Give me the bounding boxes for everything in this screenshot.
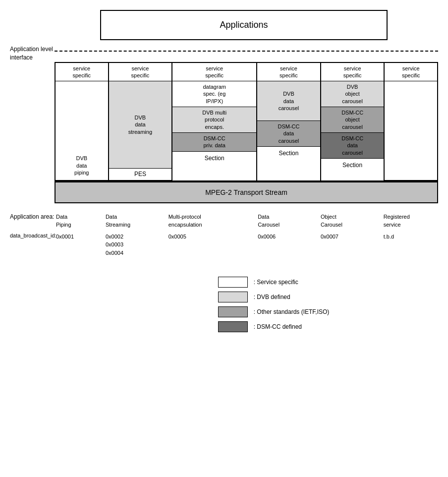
mpeg-transport-label: MPEG-2 Transport Stream — [205, 188, 287, 196]
broadcast-id-col3: 0x0005 — [167, 233, 256, 257]
broadcast-id-col1: 0x0001 — [55, 233, 104, 257]
col4-service-specific: servicespecific — [257, 63, 320, 82]
legend-text-medium: : Other standards (IETF,ISO) — [254, 308, 330, 315]
col1-dvb-data-piping: DVBdatapiping — [56, 81, 108, 180]
col-object-carousel: servicespecific DVBobjectcarousel DSM-CC… — [321, 63, 385, 181]
broadcast-id-section: data_broadcast_id: 0x0001 0x00020x00030x… — [10, 233, 438, 257]
legend-text-white: : Service specific — [254, 279, 298, 286]
col5-section: Section — [321, 159, 384, 180]
app-label-data-piping: DataPiping — [55, 213, 104, 229]
col3-dsmcc-priv: DSM-CCpriv. data — [172, 133, 256, 152]
col-data-streaming: servicespecific DVBdatastreaming PES — [109, 63, 173, 181]
legend-box-white — [218, 277, 248, 288]
app-label-data-carousel: DataCarousel — [256, 213, 319, 229]
col3-section: Section — [172, 152, 256, 181]
col5-dvb-object-carousel: DVBobjectcarousel — [321, 81, 384, 107]
legend-text-light: : DVB defined — [254, 294, 290, 300]
col1-service-specific: servicespecific — [56, 63, 108, 82]
app-level-label: Application level interface — [10, 40, 55, 62]
col2-service-specific: servicespecific — [109, 63, 172, 82]
broadcast-id-col5: 0x0007 — [319, 233, 382, 257]
col3-dvb-multi: DVB multiprotocolencaps. — [172, 107, 256, 133]
broadcast-id-label: data_broadcast_id: — [10, 233, 56, 238]
col4-dsmcc-data-carousel: DSM-CCdatacarousel — [257, 121, 320, 147]
col2-dvb-data-streaming: DVBdatastreaming — [109, 81, 172, 168]
columns-area: servicespecific DVBdatapiping servicespe… — [55, 62, 438, 204]
broadcast-id-col6: t.b.d — [382, 233, 438, 257]
diagram-container: Applications Application level interface… — [10, 10, 438, 332]
app-area-label: Application area: — [10, 213, 54, 220]
legend-box-light — [218, 292, 248, 302]
applications-label: Applications — [220, 20, 268, 30]
broadcast-id-values: 0x0001 0x00020x00030x0004 0x0005 0x0006 … — [55, 233, 438, 257]
col5-service-specific: servicespecific — [321, 63, 384, 82]
col-data-piping: servicespecific DVBdatapiping — [56, 63, 109, 181]
columns-row: servicespecific DVBdatapiping servicespe… — [56, 63, 437, 182]
app-label-multi-protocol: Multi-protocolencapsulation — [167, 213, 256, 229]
app-label-registered-service: Registeredservice — [382, 213, 438, 229]
legend-item-white: : Service specific — [218, 277, 330, 288]
legend-box-dark — [218, 321, 248, 332]
app-area-left-label: Application area: — [10, 213, 55, 220]
legend-item-medium: : Other standards (IETF,ISO) — [218, 306, 330, 317]
col6-service-specific: servicespecific — [385, 63, 437, 82]
legend-item-light: : DVB defined — [218, 292, 330, 302]
legend-text-dark: : DSM-CC defined — [254, 323, 302, 330]
col6-empty — [385, 81, 437, 180]
broadcast-id-col4: 0x0006 — [256, 233, 319, 257]
col-multiprotocol: servicespecific datagramspec. (egIP/IPX)… — [172, 63, 257, 181]
col5-dsmcc-object-carousel: DSM-CCobjectcarousel — [321, 107, 384, 133]
app-area-labels: DataPiping DataStreaming Multi-protocole… — [55, 213, 438, 229]
app-label-object-carousel: ObjectCarousel — [319, 213, 382, 229]
col2-pes: PES — [109, 169, 172, 181]
legend: : Service specific : DVB defined : Other… — [218, 277, 330, 332]
main-diagram: servicespecific DVBdatapiping servicespe… — [10, 62, 438, 204]
col-data-carousel: servicespecific DVBdatacarousel DSM-CCda… — [257, 63, 321, 181]
col4-dvb-data-carousel: DVBdatacarousel — [257, 81, 320, 121]
applications-box: Applications — [100, 10, 388, 40]
app-label-data-streaming: DataStreaming — [104, 213, 167, 229]
broadcast-id-left-label: data_broadcast_id: — [10, 233, 55, 238]
app-area-section: Application area: DataPiping DataStreami… — [10, 213, 438, 229]
col3-service-specific: servicespecific — [172, 63, 256, 82]
broadcast-id-col2: 0x00020x00030x0004 — [104, 233, 167, 257]
col4-section: Section — [257, 147, 320, 180]
legend-item-dark: : DSM-CC defined — [218, 321, 330, 332]
mpeg-transport-bar: MPEG-2 Transport Stream — [56, 181, 437, 202]
legend-box-medium — [218, 306, 248, 317]
col5-dsmcc-data-carousel: DSM-CCdatacarousel — [321, 133, 384, 159]
col3-datagram: datagramspec. (egIP/IPX) — [172, 81, 256, 107]
col-registered-service: servicespecific — [385, 63, 437, 181]
